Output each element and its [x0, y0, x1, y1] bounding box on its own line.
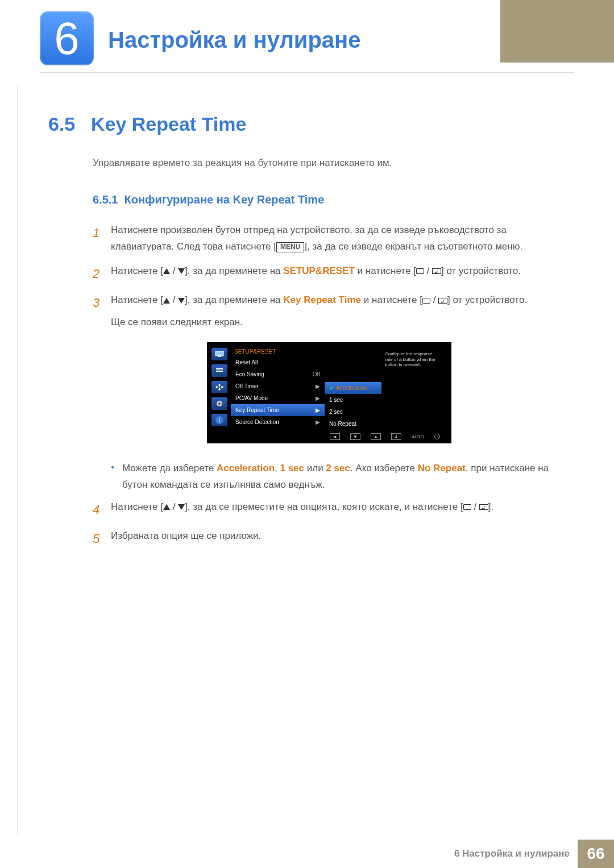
section-intro: Управлявате времето за реакция на бутони…	[93, 155, 566, 171]
step-number: 3	[93, 292, 111, 331]
option-2sec: 2 sec	[326, 463, 350, 474]
bullet-note: ● Можете да изберете Acceleration, 1 sec…	[111, 460, 566, 493]
subsection-number: 6.5.1	[93, 193, 118, 206]
step-body: Натиснете произволен бутон отпред на уст…	[111, 222, 566, 255]
step-text: ], за да се преместите на опцията, която…	[185, 501, 463, 512]
osd-category-tabs: i	[211, 347, 231, 430]
osd-item-reset: Reset All	[231, 356, 325, 368]
subsection-heading: 6.5.1 Конфигуриране на Key Repeat Time	[93, 193, 566, 206]
bullet-text: или	[304, 463, 326, 474]
section-title: Key Repeat Time	[91, 113, 246, 135]
osd-tab-info-icon: i	[211, 414, 227, 426]
osd-menu-list: SETUP&RESET Reset All Eco SavingOff Off …	[231, 347, 325, 430]
osd-auto-label: AUTO	[412, 434, 424, 439]
osd-enter-icon: ↲	[391, 433, 401, 440]
osd-sub-2sec: 2 sec	[325, 406, 381, 418]
up-arrow-icon	[163, 268, 170, 274]
svg-rect-0	[215, 351, 223, 356]
osd-left-icon: ◄	[330, 433, 340, 440]
svg-rect-1	[218, 356, 221, 357]
osd-submenu: ✔Acceleration 1 sec 2 sec No Repeat	[325, 347, 381, 430]
top-accent-band	[500, 0, 614, 63]
step-body: Избраната опция ще се приложи.	[111, 528, 566, 549]
osd-tab-list-icon	[211, 364, 227, 377]
step-text: Натиснете [	[111, 501, 163, 512]
page-content: 6.5Key Repeat Time Управлявате времето з…	[0, 73, 614, 550]
steps-list: 1 Натиснете произволен бутон отпред на у…	[93, 222, 566, 550]
osd-up-icon: ▲	[371, 433, 381, 440]
up-arrow-icon	[163, 298, 170, 304]
up-arrow-icon	[163, 504, 170, 510]
enter-icon	[438, 298, 447, 304]
step-body: Натиснете [ / ], за да преминете на Key …	[111, 292, 566, 331]
step-text: ].	[488, 501, 493, 512]
osd-tab-gear-icon	[211, 397, 227, 410]
step-body: Натиснете [ / ], за да преминете на SETU…	[111, 263, 566, 284]
osd-tab-picture-icon	[211, 348, 227, 360]
osd-item-keyrepeat: Key Repeat Time▶	[231, 404, 325, 416]
down-arrow-icon	[178, 504, 185, 510]
source-icon	[422, 298, 430, 304]
osd-power-icon	[434, 434, 440, 439]
option-1sec: 1 sec	[280, 463, 304, 474]
step-text: ], за да преминете на	[185, 294, 283, 305]
step-2: 2 Натиснете [ / ], за да преминете на SE…	[93, 263, 566, 284]
enter-icon	[479, 504, 488, 510]
osd-menu-title: SETUP&RESET	[231, 347, 325, 356]
footer-page-number: 66	[578, 840, 614, 868]
chapter-title: Настройка и нулиране	[108, 27, 360, 53]
osd-panel: i SETUP&RESET Reset All Eco SavingOff Of…	[207, 342, 451, 443]
step-text: и натиснете [	[355, 265, 416, 276]
svg-point-5	[218, 402, 221, 405]
step-3: 3 Натиснете [ / ], за да преминете на Ke…	[93, 292, 566, 331]
step-number: 5	[93, 528, 111, 549]
section-number: 6.5	[48, 113, 91, 135]
step-number: 4	[93, 499, 111, 520]
step-body: Натиснете [ / ], за да се преместите на …	[111, 499, 566, 520]
target-label: Key Repeat Time	[283, 294, 361, 305]
osd-down-icon: ▼	[350, 433, 360, 440]
section-heading: 6.5Key Repeat Time	[48, 113, 566, 135]
osd-figure: i SETUP&RESET Reset All Eco SavingOff Of…	[93, 342, 566, 443]
osd-item-eco: Eco SavingOff	[231, 368, 325, 380]
osd-sub-norepeat: No Repeat	[325, 418, 381, 430]
osd-sub-1sec: 1 sec	[325, 394, 381, 406]
step-text: ] от устройството.	[447, 294, 527, 305]
subsection-title: Конфигуриране на Key Repeat Time	[125, 193, 325, 206]
step-text: Натиснете [	[111, 294, 163, 305]
osd-tab-arrows-icon	[211, 381, 227, 393]
svg-text:i: i	[218, 417, 220, 423]
step-text: ], за да се изведе екранът на съответнот…	[304, 241, 522, 252]
enter-icon	[432, 268, 441, 274]
step-number: 1	[93, 222, 111, 255]
osd-item-offtimer: Off Timer▶	[231, 380, 325, 392]
osd-item-source: Source Detection▶	[231, 416, 325, 428]
osd-nav-bar: ◄ ▼ ▲ ↲ AUTO	[211, 430, 447, 441]
source-icon	[416, 268, 424, 274]
step-4: 4 Натиснете [ / ], за да се преместите н…	[93, 499, 566, 520]
option-acceleration: Acceleration	[217, 463, 275, 474]
step-text: ], за да преминете на	[185, 265, 283, 276]
menu-button-label: MENU	[276, 242, 304, 252]
step-text: Натиснете [	[111, 265, 163, 276]
down-arrow-icon	[178, 268, 185, 274]
osd-sub-acceleration: ✔Acceleration	[325, 382, 381, 394]
bullet-icon: ●	[111, 460, 122, 493]
page-footer: 6 Настройка и нулиране 66	[0, 840, 614, 868]
source-icon	[463, 504, 471, 510]
osd-item-pcav: PC/AV Mode▶	[231, 392, 325, 404]
footer-chapter-label: 6 Настройка и нулиране	[454, 848, 570, 859]
bullet-text: . Ако изберете	[350, 463, 418, 474]
step-1: 1 Натиснете произволен бутон отпред на у…	[93, 222, 566, 255]
option-norepeat: No Repeat	[418, 463, 466, 474]
chapter-number-badge: 6	[40, 11, 94, 65]
down-arrow-icon	[178, 298, 185, 304]
step-text: и натиснете [	[361, 294, 422, 305]
svg-rect-2	[216, 368, 223, 369]
bullet-text: Можете да изберете	[122, 463, 217, 474]
step-number: 2	[93, 263, 111, 284]
osd-description: Configure the response rate of a button …	[381, 347, 444, 430]
step-text: ] от устройството.	[441, 265, 521, 276]
step-note: Ще се появи следният екран.	[111, 314, 566, 331]
step-5: 5 Избраната опция ще се приложи.	[93, 528, 566, 549]
